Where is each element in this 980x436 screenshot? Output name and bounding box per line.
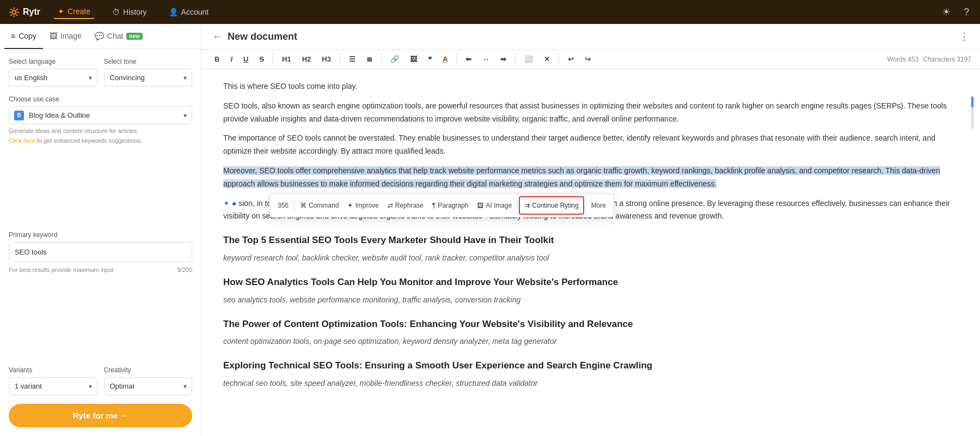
document-title: New document [228,31,297,43]
inline-improve-button[interactable]: ✦ Improve [343,197,383,214]
itb-sep-3 [585,201,586,210]
image-tab-icon: 🖼 [50,32,57,40]
inline-rephrase-button[interactable]: ⇄ Rephrase [383,197,428,214]
image-button[interactable]: 🖼 [406,53,421,65]
tab-copy[interactable]: ≡ Copy [4,24,43,49]
highlight-button[interactable]: A [438,53,452,65]
use-case-select[interactable]: Blog Idea & Outline [9,106,192,124]
h3-button[interactable]: H3 [317,53,335,65]
para2: The importance of SEO tools cannot be ov… [223,132,958,158]
inline-more-button[interactable]: More [587,197,610,214]
continue-ryting-icon: ⇉ [524,200,530,211]
scroll-thumb [971,96,973,107]
align-right-button[interactable]: ➡ [496,53,511,65]
continue-ryting-label: Continue Ryting [532,200,578,211]
redo-button[interactable]: ↪ [580,53,595,65]
improve-icon: ✦ [347,200,353,211]
nav-right: ☀ ? [940,4,971,20]
align-left-button[interactable]: ⬅ [461,53,476,65]
inline-more-label: More [591,200,606,211]
tab-copy-label: Copy [19,32,36,40]
continue-ryting-button[interactable]: ⇉ Continue Ryting [519,196,584,215]
para2-end: attract more qualified leads. [352,147,445,155]
clear-format-button[interactable]: ✕ [540,53,554,65]
keywords-3: content optimization tools, on-page seo … [223,335,958,348]
variants-group: Variants 1 variant [9,366,97,395]
theme-toggle-button[interactable]: ☀ [940,4,953,20]
word-count: Words 453 [887,56,918,63]
keyword-hint: For best results provide maximum input [9,267,114,273]
italic-button[interactable]: I [226,53,237,65]
more-format-button[interactable]: ⬜ [520,53,537,65]
link-button[interactable]: 🔗 [386,53,403,65]
help-button[interactable]: ? [961,4,971,20]
strikethrough-button[interactable]: S [255,53,268,65]
h1-button[interactable]: H1 [278,53,296,65]
keywords-4: technical seo tools, site speed analyzer… [223,377,958,390]
use-case-icon: B [14,111,24,120]
tab-image[interactable]: 🖼 Image [43,24,88,49]
tone-select[interactable]: Convincing [104,69,193,87]
tone-group: Select tone Convincing [104,58,193,87]
paragraph-icon: ¶ [432,200,436,211]
nav-history[interactable]: ⏱ History [108,5,151,19]
inline-ai-image-label: AI Image [486,200,512,211]
bold-button[interactable]: B [210,53,224,65]
nav-account[interactable]: 👤 Account [164,5,213,19]
quote-button[interactable]: ❝ [424,53,436,65]
nav-history-label: History [123,8,147,16]
bullet-list-button[interactable]: ☰ [345,53,360,65]
copy-tab-icon: ≡ [11,32,15,40]
language-select[interactable]: us English [9,69,97,87]
inline-command-label: Command [309,200,339,211]
command-icon: ⌘ [300,200,307,211]
variants-creativity-row: Variants 1 variant Creativity Optimal [9,366,192,395]
selected-content: Moreover, SEO tools offer comprehensive … [223,166,940,188]
tone-select-wrapper: Convincing [104,69,193,87]
heading-2: How SEO Analytics Tools Can Help You Mon… [223,275,958,290]
variants-select[interactable]: 1 variant [9,377,97,395]
creativity-label: Creativity [104,366,193,374]
para1: SEO tools, also known as search engine o… [223,100,958,126]
inline-paragraph-button[interactable]: ¶ Paragraph [428,197,473,214]
chat-badge: new [126,33,142,40]
inline-paragraph-label: Paragraph [438,200,468,211]
tab-chat[interactable]: 💬 Chat new [88,24,149,49]
use-case-link-suffix: to get enhanced keywords suggestions. [37,137,142,144]
use-case-label: Choose use case [9,95,192,103]
create-icon: ✦ [58,7,64,16]
creativity-group: Creativity Optimal [104,366,193,395]
editor-content[interactable]: This is where SEO tools come into play. … [201,69,980,436]
enhanced-keywords-link[interactable]: Click here [9,137,35,144]
back-arrow-button[interactable]: ← [212,31,222,43]
use-case-hint: Generate ideas and content structure for… [9,128,192,134]
heading-4: Exploring Technical SEO Tools: Ensuring … [223,358,958,374]
ryte-for-me-button[interactable]: Ryte for me → [9,404,192,427]
variants-select-wrapper: 1 variant [9,377,97,395]
creativity-select[interactable]: Optimal [104,377,193,395]
h2-button[interactable]: H2 [298,53,316,65]
para3-selected: Moreover, SEO tools offer comprehensive … [223,165,958,191]
ordered-list-button[interactable]: ≣ [362,53,377,65]
editor-header: ← New document ⋮ [201,24,980,50]
editor-more-button[interactable]: ⋮ [959,31,969,43]
keyword-label: Primary keyword [9,231,192,239]
account-icon: 👤 [169,8,178,16]
sparkle-icon: ✦ [223,199,230,208]
nav-create[interactable]: ✦ Create [53,5,95,19]
use-case-group: Choose use case B Blog Idea & Outline Ge… [9,95,192,222]
itb-sep-2 [517,201,518,210]
itb-sep-1 [294,201,295,210]
align-center-button[interactable]: ↔ [478,53,494,65]
use-case-link-hint: Click here to get enhanced keywords sugg… [9,137,192,144]
char-count: Characters 3197 [923,56,971,63]
blue-dot: ● [232,199,236,208]
inline-rephrase-label: Rephrase [395,200,424,211]
intro-paragraph: This is where SEO tools come into play. [223,80,958,93]
keyword-input[interactable] [9,242,192,262]
undo-button[interactable]: ↩ [564,53,578,65]
inline-command-button[interactable]: ⌘ Command [296,197,343,214]
inline-ai-image-button[interactable]: 🖼 AI Image [473,197,516,214]
keywords-1: keyword research tool, backlink checker,… [223,252,958,265]
underline-button[interactable]: U [239,53,253,65]
